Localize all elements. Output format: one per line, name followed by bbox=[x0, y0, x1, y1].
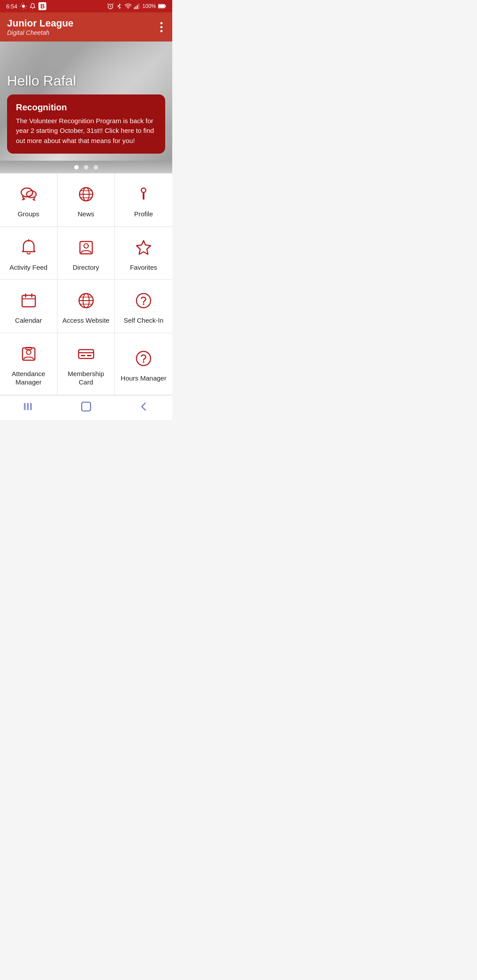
more-dot-2 bbox=[160, 26, 163, 28]
svg-rect-49 bbox=[81, 355, 85, 356]
grid-item-profile[interactable]: Profile bbox=[115, 173, 172, 227]
svg-point-45 bbox=[26, 350, 31, 354]
hero-banner[interactable]: Hello Rafal Recognition The Volunteer Re… bbox=[0, 41, 172, 161]
bluetooth-icon bbox=[116, 3, 122, 9]
directory-icon bbox=[75, 237, 97, 259]
svg-rect-55 bbox=[30, 403, 32, 410]
svg-line-4 bbox=[26, 8, 26, 8]
calendar-label: Calendar bbox=[15, 316, 42, 325]
carousel-dot-2[interactable] bbox=[84, 165, 88, 170]
recents-icon bbox=[23, 400, 35, 413]
grid-item-favorites[interactable]: Favorites bbox=[115, 227, 172, 280]
grid-item-calendar[interactable]: Calendar bbox=[0, 280, 57, 333]
carousel-dot-3[interactable] bbox=[94, 165, 98, 170]
svg-line-3 bbox=[21, 4, 22, 4]
svg-rect-15 bbox=[165, 5, 166, 7]
status-icons: 100% bbox=[107, 3, 166, 10]
self-check-in-icon bbox=[132, 290, 155, 312]
directory-label: Directory bbox=[72, 263, 99, 272]
svg-rect-56 bbox=[82, 402, 91, 411]
svg-rect-25 bbox=[143, 194, 144, 200]
battery-percent: 100% bbox=[142, 3, 156, 9]
nav-back-button[interactable] bbox=[130, 399, 157, 415]
home-icon bbox=[80, 400, 92, 413]
battery-icon bbox=[158, 4, 166, 9]
svg-point-0 bbox=[22, 5, 25, 8]
activity-feed-icon bbox=[18, 237, 40, 259]
groups-label: Groups bbox=[18, 210, 39, 219]
grid-item-access-website[interactable]: Access Website bbox=[57, 280, 115, 333]
membership-card-icon bbox=[75, 343, 97, 365]
profile-icon bbox=[132, 183, 155, 205]
nav-home-button[interactable] bbox=[73, 399, 99, 415]
grid-item-directory[interactable]: Directory bbox=[57, 227, 115, 280]
recognition-title: Recognition bbox=[16, 102, 156, 113]
status-bar: 6:54 B 100% bbox=[0, 0, 172, 12]
svg-point-51 bbox=[136, 351, 151, 366]
groups-icon bbox=[18, 183, 40, 205]
svg-point-24 bbox=[141, 188, 146, 192]
recognition-body: The Volunteer Recognition Program is bac… bbox=[16, 116, 156, 146]
svg-rect-10 bbox=[136, 6, 136, 9]
hero-greeting: Hello Rafal bbox=[7, 73, 165, 89]
grid-item-attendance-manager[interactable]: Attendance Manager bbox=[0, 333, 57, 395]
nav-recents-button[interactable] bbox=[15, 399, 42, 415]
grid-item-activity-feed[interactable]: Activity Feed bbox=[0, 227, 57, 280]
status-time-area: 6:54 B bbox=[6, 2, 46, 10]
time-display: 6:54 bbox=[6, 3, 17, 10]
more-dot-1 bbox=[160, 22, 163, 24]
news-icon bbox=[75, 183, 97, 205]
svg-rect-54 bbox=[27, 403, 29, 410]
wifi-icon bbox=[125, 3, 132, 10]
svg-point-43 bbox=[143, 304, 144, 305]
svg-rect-53 bbox=[24, 403, 26, 410]
hours-manager-icon bbox=[132, 347, 155, 369]
app-header: Junior League Digital Cheetah bbox=[0, 12, 172, 41]
notification-icon bbox=[30, 3, 36, 9]
svg-point-30 bbox=[84, 244, 88, 248]
carousel-dot-1[interactable] bbox=[74, 165, 79, 170]
app-subtitle: Digital Cheetah bbox=[7, 29, 73, 36]
attendance-manager-icon bbox=[18, 343, 40, 365]
hero-content: Hello Rafal Recognition The Volunteer Re… bbox=[7, 73, 165, 154]
activity-feed-label: Activity Feed bbox=[10, 263, 48, 272]
svg-rect-12 bbox=[139, 4, 140, 9]
svg-marker-31 bbox=[136, 241, 151, 254]
bottom-navigation bbox=[0, 395, 172, 420]
access-website-icon bbox=[75, 290, 97, 312]
svg-rect-47 bbox=[79, 350, 94, 358]
carousel-dots bbox=[0, 161, 172, 173]
recognition-card[interactable]: Recognition The Volunteer Recognition Pr… bbox=[7, 94, 165, 154]
profile-label: Profile bbox=[134, 210, 153, 219]
svg-point-8 bbox=[128, 8, 129, 9]
app-title: Junior League bbox=[7, 18, 73, 29]
grid-item-self-check-in[interactable]: Self Check-In bbox=[115, 280, 172, 333]
svg-rect-50 bbox=[87, 355, 91, 356]
app-header-text: Junior League Digital Cheetah bbox=[7, 18, 73, 36]
b-icon: B bbox=[38, 2, 46, 10]
calendar-icon bbox=[18, 290, 40, 312]
alarm-icon bbox=[107, 3, 114, 10]
svg-point-27 bbox=[143, 192, 144, 194]
svg-rect-14 bbox=[159, 5, 165, 8]
svg-rect-32 bbox=[22, 295, 35, 307]
svg-rect-46 bbox=[26, 347, 32, 350]
attendance-manager-label: Attendance Manager bbox=[4, 369, 53, 387]
back-icon bbox=[137, 400, 150, 413]
signal-icon bbox=[134, 3, 140, 10]
grid-item-news[interactable]: News bbox=[57, 173, 115, 227]
svg-rect-9 bbox=[134, 8, 135, 9]
grid-item-groups[interactable]: Groups bbox=[0, 173, 57, 227]
membership-card-label: Membership Card bbox=[62, 369, 110, 387]
grid-item-membership-card[interactable]: Membership Card bbox=[57, 333, 115, 395]
self-check-in-label: Self Check-In bbox=[124, 316, 163, 325]
favorites-label: Favorites bbox=[130, 263, 157, 272]
svg-point-52 bbox=[143, 361, 144, 363]
access-website-label: Access Website bbox=[62, 316, 109, 325]
more-menu-button[interactable] bbox=[158, 19, 165, 35]
more-dot-3 bbox=[160, 30, 163, 32]
hours-manager-label: Hours Manager bbox=[121, 374, 166, 383]
svg-point-42 bbox=[136, 294, 151, 308]
news-label: News bbox=[78, 210, 95, 219]
grid-item-hours-manager[interactable]: Hours Manager bbox=[115, 333, 172, 395]
